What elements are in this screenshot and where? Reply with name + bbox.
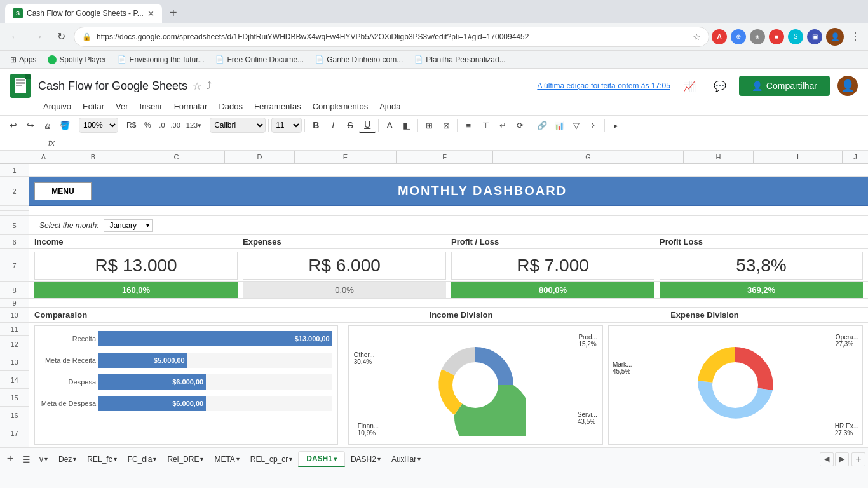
col-header-b[interactable]: B — [58, 151, 128, 163]
sheet-tab-meta[interactable]: META ▾ — [209, 452, 244, 466]
expense-legend-hr-val: 27,3% — [835, 430, 858, 437]
ext-icon-5[interactable]: S — [788, 29, 803, 44]
forward-button[interactable]: → — [28, 27, 48, 47]
sheet-tab-fc-dia[interactable]: FC_dia ▾ — [123, 452, 162, 466]
add-sheet-right-button[interactable]: + — [851, 452, 865, 466]
bookmark-planilha[interactable]: 📄 Planilha Personalizad... — [409, 54, 510, 65]
format123-button[interactable]: 123▾ — [184, 117, 204, 133]
sheet-tab-dez[interactable]: Dez ▾ — [53, 452, 81, 466]
address-bar[interactable]: 🔒 https://docs.google.com/spreadsheets/d… — [74, 27, 709, 47]
merge-button[interactable]: ⊠ — [438, 117, 454, 133]
move-icon[interactable]: ⤴ — [207, 80, 212, 92]
bookmark-star-icon[interactable]: ☆ — [693, 32, 701, 42]
back-button[interactable]: ← — [5, 27, 25, 47]
col-header-a[interactable]: A — [29, 151, 58, 163]
functions-button[interactable]: Σ — [585, 117, 602, 133]
menu-ajuda[interactable]: Ajuda — [374, 99, 405, 114]
col-header-d[interactable]: D — [225, 151, 295, 163]
menu-button-cell[interactable]: MENU — [34, 182, 92, 200]
decimal00-button[interactable]: .00 — [168, 117, 183, 133]
menu-complementos[interactable]: Complementos — [308, 99, 373, 114]
currency-format-button[interactable]: R$ — [124, 117, 139, 133]
sheet-tab-auxiliar[interactable]: Auxiliar ▾ — [386, 452, 426, 466]
borders-button[interactable]: ⊞ — [421, 117, 437, 133]
col-header-e[interactable]: E — [295, 151, 397, 163]
tab-close-icon[interactable]: ✕ — [147, 9, 154, 18]
bookmark-free-online[interactable]: 📄 Free Online Docume... — [210, 54, 309, 65]
bookmark-envisioning[interactable]: 📄 Envisioning the futur... — [112, 54, 209, 65]
link-button[interactable]: 🔗 — [534, 117, 550, 133]
sheet-tab-dash2[interactable]: DASH2 ▾ — [346, 452, 386, 466]
new-tab-button[interactable]: + — [165, 4, 182, 22]
redo-button[interactable]: ↪ — [22, 117, 39, 133]
col-header-j[interactable]: J — [843, 151, 868, 163]
navigation-bar: ← → ↻ 🔒 https://docs.google.com/spreadsh… — [0, 23, 868, 51]
bold-button[interactable]: B — [308, 117, 324, 133]
sheet-tab-rel-cp-cr[interactable]: REL_cp_cr ▾ — [245, 452, 297, 466]
col-header-c[interactable]: C — [128, 151, 225, 163]
month-dropdown[interactable]: January ▾ — [104, 219, 153, 232]
user-avatar-browser[interactable]: 👤 — [826, 28, 844, 46]
fill-color-button[interactable]: ◧ — [398, 117, 415, 133]
align-h-button[interactable]: ≡ — [460, 117, 477, 133]
undo-button[interactable]: ↩ — [5, 117, 22, 133]
rotation-button[interactable]: ⟳ — [512, 117, 528, 133]
ext-icon-3[interactable]: ◈ — [750, 29, 765, 44]
text-color-button[interactable]: A — [381, 117, 398, 133]
percent-format-button[interactable]: % — [139, 117, 156, 133]
sheet-tab-rel-fc[interactable]: REL_fc ▾ — [82, 452, 121, 466]
bookmark-spotify[interactable]: Spotify Player — [43, 54, 111, 65]
paint-format-button[interactable]: 🪣 — [57, 117, 73, 133]
menu-ferramentas[interactable]: Ferramentas — [249, 99, 306, 114]
decimal0-button[interactable]: .0 — [156, 117, 167, 133]
sheet-prev-button[interactable]: ◀ — [820, 452, 834, 466]
col-header-h[interactable]: H — [684, 151, 754, 163]
align-v-button[interactable]: ⊤ — [477, 117, 494, 133]
ext-icon-4[interactable]: ■ — [769, 29, 784, 44]
comment-icon[interactable]: 💬 — [709, 74, 731, 97]
col-header-i[interactable]: I — [754, 151, 843, 163]
menu-inserir[interactable]: Inserir — [135, 99, 168, 114]
star-icon[interactable]: ☆ — [193, 80, 201, 92]
sheet-tab-v[interactable]: v ▾ — [34, 452, 53, 466]
refresh-button[interactable]: ↻ — [51, 27, 71, 47]
zoom-select[interactable]: 100% — [79, 118, 118, 133]
add-sheet-button[interactable]: + — [3, 452, 18, 467]
font-size-select[interactable]: 11 — [271, 118, 302, 133]
ext-icon-6[interactable]: ▣ — [807, 29, 822, 44]
menu-dados[interactable]: Dados — [214, 99, 248, 114]
last-edit-text[interactable]: A última edição foi feita ontem às 17:05 — [537, 81, 670, 90]
sheet-tab-dash1[interactable]: DASH1 ▾ — [298, 451, 345, 467]
col-header-f[interactable]: F — [397, 151, 493, 163]
col-header-g[interactable]: G — [493, 151, 684, 163]
more-tools-button[interactable]: ▸ — [607, 117, 624, 133]
ext-icon-2[interactable]: ⊕ — [731, 29, 746, 44]
menu-formatar[interactable]: Formatar — [169, 99, 213, 114]
menu-editar[interactable]: Editar — [78, 99, 109, 114]
sheets-logo — [10, 74, 31, 98]
browser-menu-icon[interactable]: ⋮ — [848, 30, 863, 43]
italic-button[interactable]: I — [325, 117, 341, 133]
expenses-title: Expenses — [243, 237, 446, 247]
share-button[interactable]: 👤 Compartilhar — [739, 76, 830, 96]
explore-icon[interactable]: 📈 — [678, 74, 701, 97]
print-button[interactable]: 🖨 — [39, 117, 56, 133]
browser-tab[interactable]: S Cash Flow for Google Sheets - P... ✕ — [5, 4, 162, 23]
font-select[interactable]: Calibri — [210, 118, 266, 133]
profit-loss-bar: 800,0% — [451, 282, 654, 298]
wrap-button[interactable]: ↵ — [494, 117, 511, 133]
bookmark-apps[interactable]: ⊞ Apps — [5, 54, 41, 65]
filter-button[interactable]: ▽ — [568, 117, 585, 133]
sheet-menu-button[interactable]: ☰ — [18, 452, 34, 467]
user-avatar[interactable]: 👤 — [837, 76, 858, 96]
bookmark-ganhe[interactable]: 📄 Ganhe Dinheiro com... — [310, 54, 408, 65]
strikethrough-button[interactable]: S — [342, 117, 358, 133]
envisioning-label: Envisioning the futur... — [129, 55, 204, 64]
menu-ver[interactable]: Ver — [111, 99, 133, 114]
ext-abp[interactable]: A — [712, 29, 727, 44]
sheet-tab-rel-dre[interactable]: Rel_DRE ▾ — [162, 452, 208, 466]
sheet-next-button[interactable]: ▶ — [835, 452, 849, 466]
insert-chart-button[interactable]: 📊 — [551, 117, 567, 133]
menu-arquivo[interactable]: Arquivo — [38, 99, 76, 114]
underline-button[interactable]: U — [359, 117, 376, 133]
